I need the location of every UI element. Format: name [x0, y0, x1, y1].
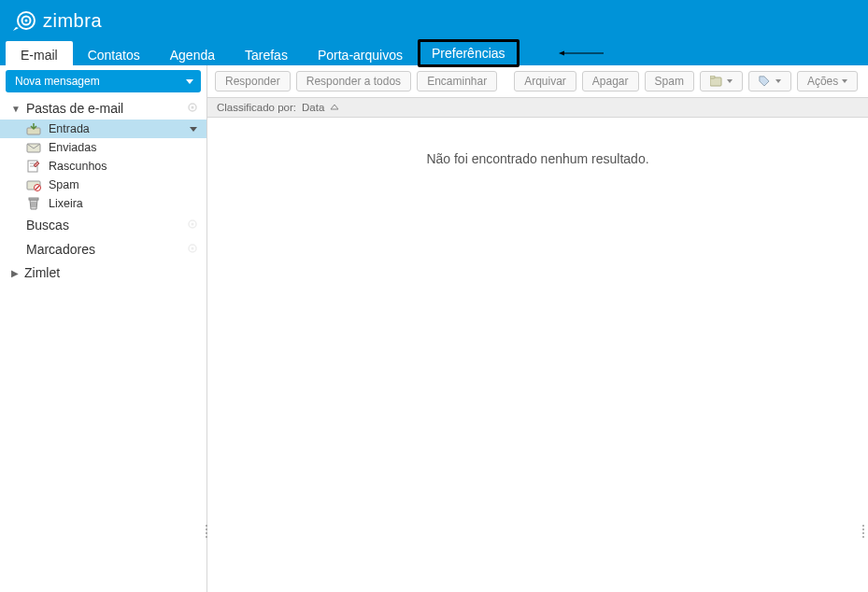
- trash-icon: [26, 197, 41, 210]
- sidebar: Nova mensagem ▼ Pastas de e-mail Entrada…: [0, 65, 207, 592]
- svg-point-34: [862, 536, 864, 538]
- tab-briefcase[interactable]: Porta-arquivos: [303, 41, 418, 65]
- brand-name: zimbra: [43, 10, 102, 32]
- inbox-icon: [26, 122, 41, 135]
- svg-marker-4: [559, 51, 564, 56]
- archive-button[interactable]: Arquivar: [514, 71, 576, 92]
- svg-point-28: [206, 529, 207, 530]
- spam-button[interactable]: Spam: [645, 71, 694, 92]
- new-message-button[interactable]: Nova mensagem: [6, 70, 201, 92]
- tag-menu-button[interactable]: [748, 71, 791, 92]
- main-area: Nova mensagem ▼ Pastas de e-mail Entrada…: [0, 65, 868, 592]
- new-message-label: Nova mensagem: [15, 75, 100, 88]
- svg-point-32: [862, 529, 864, 530]
- sort-direction-icon: [330, 104, 339, 111]
- svg-marker-26: [331, 105, 338, 109]
- chevron-down-icon: [727, 79, 733, 83]
- folder-label: Lixeira: [49, 197, 83, 210]
- svg-point-33: [862, 532, 864, 534]
- svg-point-30: [206, 536, 207, 538]
- folder-trash[interactable]: Lixeira: [0, 194, 206, 213]
- mail-toolbar: Responder Responder a todos Encaminhar A…: [207, 65, 868, 97]
- folder-spam[interactable]: Spam: [0, 176, 206, 194]
- folder-label: Enviadas: [49, 141, 96, 154]
- forward-button[interactable]: Encaminhar: [417, 71, 497, 92]
- chevron-down-icon: [842, 79, 847, 83]
- tab-preferences[interactable]: Preferências: [418, 39, 519, 67]
- chevron-down-icon: [776, 79, 781, 83]
- spam-icon: [26, 178, 41, 191]
- gear-icon[interactable]: [186, 101, 199, 117]
- svg-rect-25: [710, 76, 715, 78]
- brand-logo: zimbra: [13, 10, 102, 32]
- folder-drafts[interactable]: Rascunhos: [0, 157, 206, 176]
- svg-marker-8: [190, 127, 197, 132]
- folders-tree-header[interactable]: ▼ Pastas de e-mail: [0, 97, 206, 120]
- folders-header-label: Pastas de e-mail: [26, 101, 123, 116]
- folder-inbox[interactable]: Entrada: [0, 120, 206, 138]
- reply-button[interactable]: Responder: [215, 71, 291, 92]
- tags-header[interactable]: Marcadores: [0, 237, 206, 261]
- svg-point-27: [206, 525, 207, 527]
- sent-icon: [26, 141, 41, 154]
- splitter-handle-icon[interactable]: [861, 523, 866, 542]
- tag-icon: [759, 76, 772, 87]
- svg-point-21: [192, 223, 194, 226]
- sort-value: Data: [302, 102, 324, 113]
- annotation-arrow-icon: [544, 50, 619, 56]
- folder-move-icon: [710, 76, 723, 87]
- actions-menu-button[interactable]: Ações: [797, 71, 858, 92]
- drafts-icon: [26, 160, 41, 173]
- delete-button[interactable]: Apagar: [582, 71, 639, 92]
- svg-rect-16: [29, 198, 38, 200]
- tab-email[interactable]: E-mail: [6, 41, 73, 65]
- app-header: zimbra: [0, 0, 868, 41]
- main-tabs: E-mail Contatos Agenda Tarefas Porta-arq…: [0, 41, 868, 65]
- splitter-handle-icon[interactable]: [204, 523, 209, 542]
- sort-bar[interactable]: Classificado por: Data: [207, 97, 868, 118]
- empty-results-message: Não foi encontrado nenhum resultado.: [207, 118, 868, 200]
- tab-tasks[interactable]: Tarefas: [230, 41, 303, 65]
- tab-calendar[interactable]: Agenda: [155, 41, 230, 65]
- gear-icon[interactable]: [186, 242, 199, 258]
- gear-icon[interactable]: [186, 218, 199, 233]
- reply-all-button[interactable]: Responder a todos: [296, 71, 411, 92]
- zimbra-logo-icon: [13, 10, 39, 31]
- svg-point-6: [192, 106, 194, 108]
- expand-icon: ▶: [11, 268, 19, 278]
- svg-point-31: [862, 525, 864, 527]
- folder-label: Entrada: [49, 122, 90, 135]
- tab-contacts[interactable]: Contatos: [73, 41, 155, 65]
- move-menu-button[interactable]: [700, 71, 743, 92]
- svg-point-23: [192, 247, 194, 250]
- searches-header[interactable]: Buscas: [0, 213, 206, 237]
- collapse-icon: ▼: [11, 104, 21, 114]
- svg-point-2: [25, 20, 28, 22]
- folder-sent[interactable]: Enviadas: [0, 138, 206, 157]
- zimlet-tree-header[interactable]: ▶ Zimlet: [0, 261, 206, 284]
- chevron-down-icon[interactable]: [190, 122, 197, 135]
- chevron-down-icon[interactable]: [186, 79, 193, 84]
- folder-label: Rascunhos: [49, 160, 107, 173]
- sort-label-prefix: Classificado por:: [217, 102, 296, 113]
- content-area: Responder Responder a todos Encaminhar A…: [207, 65, 868, 592]
- folder-label: Spam: [49, 178, 79, 191]
- svg-point-29: [206, 532, 207, 534]
